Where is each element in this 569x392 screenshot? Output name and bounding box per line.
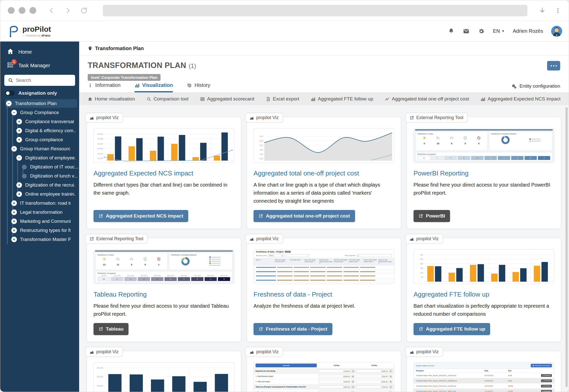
back-icon[interactable] <box>48 7 55 14</box>
card-thumbnail-excel[interactable]: Export data to Excel Generate a new repo… <box>414 362 554 392</box>
value-cell[interactable]: 4145,00 <box>319 380 351 383</box>
plus-icon[interactable]: + <box>16 191 22 197</box>
plus-icon[interactable]: + <box>16 119 22 124</box>
card-thumbnail-ncs[interactable]: 80.00070.00060.00050.00040.00030.000 <box>93 128 234 163</box>
subtab-comparison-tool[interactable]: Comparison tool <box>146 96 188 102</box>
value-cell[interactable]: 4405,00 <box>356 369 389 373</box>
tab-history[interactable]: History <box>187 82 210 92</box>
card-title-link[interactable]: PowerBI Reporting <box>414 169 554 177</box>
subtab-aggregated-scorecard[interactable]: Aggregated scorecard <box>200 96 254 102</box>
tab-information[interactable]: Information <box>88 82 120 92</box>
sidebar-item-home[interactable]: Home <box>0 45 79 59</box>
window-control-dot[interactable] <box>19 7 25 14</box>
window-control-dot[interactable] <box>8 7 15 14</box>
subtab-home-visualisation[interactable]: Home visualisation <box>88 96 135 102</box>
assignation-toggle[interactable] <box>5 91 15 96</box>
subtab-aggregated-expected-ncs-impact[interactable]: Aggregated Expected NCS impact <box>481 96 560 102</box>
card-title-link[interactable]: Aggregated FTE follow up <box>414 291 554 298</box>
minus-icon[interactable]: − <box>6 101 12 106</box>
card-open-button-fte[interactable]: Aggregated FTE follow up <box>414 323 490 335</box>
user-name[interactable]: Adrien Rozès <box>513 28 543 34</box>
plus-icon[interactable]: + <box>16 137 22 142</box>
value-cell[interactable]: 1095,00 <box>356 390 389 392</box>
card-thumbnail-projectcost[interactable]: 250.000200.000150.000 <box>93 362 234 392</box>
generate-button[interactable]: Generate <box>256 364 317 367</box>
url-bar[interactable] <box>103 5 527 16</box>
sidebar-item-task-manager[interactable]: 1 Task Manager <box>0 59 79 72</box>
download-button[interactable]: ▲ Download <box>541 379 552 382</box>
column-header[interactable]: Comment (last update property date) ⇅ <box>378 259 392 264</box>
bell-icon[interactable] <box>448 28 455 34</box>
gear-icon[interactable] <box>478 28 485 35</box>
value-cell[interactable]: 1695,00 <box>319 390 351 392</box>
column-header[interactable]: End Date (last update property date) ⇅ <box>334 259 347 264</box>
forward-icon[interactable] <box>64 7 72 14</box>
download-button[interactable]: ▲ Download <box>541 385 552 387</box>
value-cell[interactable]: 3345,00 <box>356 380 389 383</box>
card-open-button-tableau[interactable]: Tableau <box>93 323 129 335</box>
card-thumbnail-comparison[interactable]: GenerateTOTALTOTAL Expected net cost sav… <box>254 362 394 392</box>
column-header[interactable]: Notes (last update property date) ⇅ <box>304 259 318 264</box>
download-button[interactable]: ▲ Download <box>541 390 552 392</box>
value-cell[interactable]: 7750,00 <box>356 375 389 378</box>
plus-icon[interactable]: + <box>11 200 17 206</box>
more-actions-button[interactable] <box>547 61 560 70</box>
window-controls[interactable] <box>8 7 36 14</box>
card-open-button-oneoff[interactable]: Aggregated total one-off project cost <box>254 210 355 222</box>
entity-configuration-button[interactable]: Entity configuration <box>511 83 560 89</box>
entity-search-input[interactable]: ⌕ <box>285 254 309 257</box>
tab-visualization[interactable]: Visualization <box>135 82 173 92</box>
download-button[interactable]: ▲ Download <box>541 374 552 377</box>
card-open-button-ncs[interactable]: Aggregated Expected NCS impact <box>93 210 188 222</box>
kebab-menu-icon[interactable] <box>555 7 561 14</box>
avatar[interactable] <box>551 26 562 37</box>
refresh-icon[interactable] <box>80 7 88 14</box>
language-selector[interactable]: EN▼ <box>493 28 505 34</box>
card-thumbnail-fte[interactable]: 30025020015010050 <box>414 249 554 284</box>
value-cell[interactable]: 2145,00 <box>319 369 351 373</box>
subtab-aggregated-total-one-off-project-cost[interactable]: Aggregated total one-off project cost <box>385 96 469 102</box>
plus-icon[interactable]: + <box>16 128 22 133</box>
plus-icon[interactable]: + <box>11 209 17 215</box>
tree-node[interactable]: −Transformation Plan <box>0 99 79 108</box>
plus-icon[interactable]: + <box>11 219 17 224</box>
subtab-excel-export[interactable]: Excel export <box>266 96 299 102</box>
value-cell[interactable]: 2420,00 <box>319 385 351 389</box>
window-control-dot[interactable] <box>29 7 36 14</box>
minus-icon[interactable]: − <box>16 155 22 161</box>
card-open-button-freshness[interactable]: Freshness of data - Project <box>254 323 332 335</box>
column-header[interactable]: Entity last update comment date ⇅ <box>275 259 289 264</box>
filter-properties-select[interactable]: ▾ <box>357 254 392 257</box>
value-cell[interactable]: 6290,00 <box>319 375 351 378</box>
envelope-icon[interactable] <box>463 28 470 35</box>
subtab-aggregated-fte-follow-up[interactable]: Aggregated FTE follow up <box>311 96 373 102</box>
column-header[interactable]: Start Date (last update property date) ⇅ <box>319 259 333 264</box>
page-scrollbar[interactable] <box>565 107 568 387</box>
card-type-tag: propilot Viz <box>405 234 443 244</box>
card-thumbnail-freshness[interactable]: Freshness of data - Project Search an en… <box>254 249 394 284</box>
search-input[interactable] <box>4 75 75 86</box>
entity-select[interactable]: Name▾ <box>268 254 284 257</box>
plus-icon[interactable]: + <box>11 228 17 233</box>
generate-report-button[interactable]: Generate a new report <box>531 364 552 367</box>
download-icon[interactable] <box>539 7 546 14</box>
minus-icon[interactable]: − <box>11 110 17 115</box>
card-thumbnail-powerbi[interactable]: Distribution of notes 010000 Distributio… <box>414 128 554 163</box>
plus-icon[interactable]: + <box>16 182 22 188</box>
card-title-link[interactable]: Tableau Reporting <box>93 291 234 298</box>
card-thumbnail-tableau[interactable]: Distribution of meteo 2111551 Distributi… <box>93 249 234 284</box>
value-cell[interactable]: 1740,00 <box>356 385 389 389</box>
filter-properties-label: Filter properties <box>345 255 355 256</box>
column-header[interactable]: Trend (last update property date) ⇅ <box>349 259 362 264</box>
column-header[interactable]: Name ⇅ <box>256 259 274 264</box>
card-title-link[interactable]: Aggregated Expected NCS impact <box>93 169 234 177</box>
column-header[interactable]: Last update date ⇅ <box>290 259 303 264</box>
plus-icon[interactable]: + <box>11 237 17 242</box>
card-title-link[interactable]: Aggregated total one-off project cost <box>254 169 394 177</box>
card-thumbnail-oneoff[interactable]: 6.005.505.004.504.003.50 <box>254 128 394 163</box>
card-open-button-powerbi[interactable]: PowerBI <box>414 210 450 222</box>
minus-icon[interactable]: − <box>11 146 17 152</box>
propilot-logo[interactable]: proPilot — Powered by dFakto <box>7 25 51 38</box>
card-title-link[interactable]: Freshness of data - Project <box>254 291 394 298</box>
column-header[interactable]: Progress (last update property date) ⇅ <box>364 259 377 264</box>
